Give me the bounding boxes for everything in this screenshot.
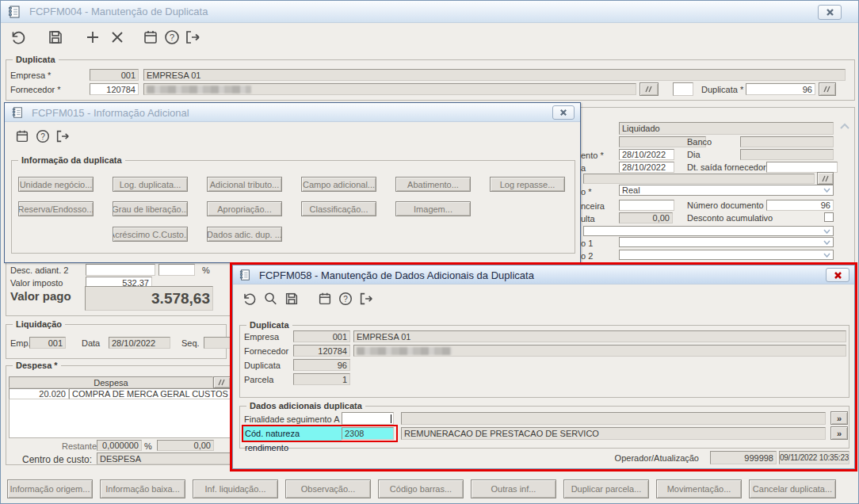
- parcela-field: 1: [293, 373, 350, 385]
- fornecedor-lookup-button[interactable]: [639, 82, 659, 96]
- duplicata-number-input[interactable]: 96: [746, 83, 815, 95]
- scroll-up-icon[interactable]: [839, 123, 850, 131]
- svg-text:?: ?: [40, 132, 45, 141]
- dia-label: Dia: [687, 150, 701, 159]
- despesa-row-code[interactable]: 20.020: [9, 388, 69, 399]
- duplicar-parcela-button[interactable]: Duplicar parcela...: [563, 479, 649, 498]
- natureza-rendimento-input[interactable]: 2308: [342, 427, 394, 440]
- cancelar-duplicata-button[interactable]: Cancelar duplicata...: [749, 479, 836, 498]
- outras-inf-button[interactable]: Outras inf...: [471, 479, 556, 498]
- acrescimo-ccusto-button[interactable]: Acréscimo C.Custo...: [113, 227, 188, 242]
- calendar-icon[interactable]: [14, 128, 30, 144]
- groupbox-label: Despesa *: [13, 361, 61, 370]
- fcpfm004-titlebar: FCPFM004 - Manutenção de Duplicata: [1, 1, 858, 23]
- log-repasse-button[interactable]: Log repasse...: [490, 177, 565, 192]
- log-duplicata-button[interactable]: Log. duplicata...: [113, 177, 188, 192]
- duplicata-label: Duplicata *: [701, 85, 743, 94]
- groupbox-label: Dados adicionais duplicata: [246, 401, 365, 410]
- dropdown-1[interactable]: [583, 226, 834, 236]
- empresa-label: Empresa: [244, 332, 279, 342]
- calendar-icon[interactable]: [317, 291, 333, 307]
- window-title: FCPFM015 - Informação Adicional: [32, 107, 189, 119]
- restante-value-field: 0,00: [157, 440, 214, 451]
- help-icon[interactable]: ?: [338, 291, 353, 307]
- despesa-lookup-button[interactable]: [213, 376, 231, 388]
- undo-icon[interactable]: [9, 29, 26, 46]
- valor-pago-field: 3.578,63: [85, 286, 213, 311]
- observacao-button[interactable]: Observação...: [285, 479, 371, 498]
- reserva-endosso-button[interactable]: Reserva/Endosso...: [18, 201, 94, 216]
- blank-button[interactable]: [673, 82, 693, 96]
- despesa-row-desc[interactable]: COMPRA DE MERCA GERAL CUSTOS M: [69, 388, 231, 399]
- search-icon[interactable]: [262, 291, 278, 307]
- desconto-acumulativo-checkbox[interactable]: [824, 212, 834, 222]
- imagem-button[interactable]: Imagem...: [395, 201, 471, 216]
- close-button[interactable]: [818, 5, 842, 20]
- moeda-dropdown[interactable]: Real: [619, 185, 834, 196]
- moeda-label-fragment: o *: [581, 187, 591, 197]
- informacao-baixa-button[interactable]: Informação baixa...: [100, 479, 185, 498]
- codigo-barras-button[interactable]: Código barras...: [378, 479, 464, 498]
- groupbox-label: Duplicata: [13, 55, 59, 64]
- data-liquidacao-field: 28/10/2022: [109, 337, 170, 349]
- calendar-icon[interactable]: [142, 29, 159, 46]
- empresa-code-field: 001: [90, 69, 139, 81]
- finalidade-seguimento-input[interactable]: [342, 412, 394, 425]
- grau-liberacao-button[interactable]: Grau de liberação...: [113, 201, 188, 216]
- banco-field: [740, 136, 834, 147]
- fcpfm015-window: FCPFM015 - Informação Adicional ? Inform…: [4, 102, 581, 263]
- fornecedor-name-field: [143, 83, 636, 95]
- text-cursor: [391, 414, 391, 423]
- close-button[interactable]: [552, 105, 575, 120]
- vencimento-input[interactable]: 28/10/2022: [619, 149, 674, 160]
- window-title: FCPFM004 - Manutenção de Duplicata: [29, 6, 208, 17]
- finalidade-more-button[interactable]: »: [830, 411, 848, 425]
- financeira-input[interactable]: [619, 200, 674, 211]
- add-icon[interactable]: [85, 29, 101, 45]
- save-icon[interactable]: [284, 291, 300, 307]
- informacao-origem-button[interactable]: Informação origem...: [7, 479, 93, 498]
- dropdown-2[interactable]: [619, 237, 834, 247]
- adicional-tributo-button[interactable]: Adicional tributo...: [207, 177, 282, 192]
- close-button[interactable]: [826, 268, 849, 282]
- movimentacao-button[interactable]: Movimentação...: [656, 479, 742, 498]
- desc-adiant2-pct-input[interactable]: [158, 264, 195, 276]
- exit-icon[interactable]: [358, 291, 374, 307]
- help-icon[interactable]: ?: [163, 29, 181, 46]
- exit-icon[interactable]: [184, 29, 201, 46]
- dt-saida-input[interactable]: [766, 162, 838, 173]
- undo-icon[interactable]: [241, 291, 257, 307]
- duplicata-lookup-button[interactable]: [819, 82, 836, 96]
- unidade-negocio-button[interactable]: Unidade negócio...: [18, 177, 94, 192]
- desc-adiant2-input[interactable]: [86, 264, 155, 276]
- restante-pct-field: 0,000000: [97, 440, 142, 451]
- classificacao-button[interactable]: Classificação...: [301, 201, 376, 216]
- notepad-icon: [7, 5, 21, 19]
- centro-custo-label: Centro de custo:: [22, 454, 92, 465]
- empresa-name-field: EMPRESA 01: [143, 69, 846, 81]
- apropriacao-button[interactable]: Apropriação...: [207, 201, 282, 216]
- vencimento-label-fragment: ento *: [581, 151, 604, 160]
- moeda-value: Real: [622, 185, 640, 195]
- data-label: Data: [82, 338, 100, 348]
- dados-adic-dup-button[interactable]: Dados adic. dup. ...: [207, 227, 282, 242]
- despesa-column-header: Despesa: [9, 376, 213, 388]
- fornecedor-code-input[interactable]: 120784: [90, 83, 139, 95]
- inf-liquidacao-button[interactable]: Inf. liquidação...: [193, 479, 278, 498]
- exit-icon[interactable]: [55, 128, 71, 144]
- help-icon[interactable]: ?: [35, 128, 51, 144]
- numero-documento-input[interactable]: 96: [766, 200, 834, 211]
- delete-icon[interactable]: [109, 29, 125, 45]
- fcpfm058-window: FCPFM058 - Manutenção de Dados Adicionai…: [232, 265, 855, 469]
- notepad-icon: [239, 269, 251, 281]
- data-input[interactable]: 28/10/2022: [619, 162, 674, 173]
- dropdown-3[interactable]: [619, 250, 834, 260]
- campo-adicional-button[interactable]: Campo adicional...: [301, 177, 376, 192]
- duplicata-label: Duplicata: [244, 361, 281, 370]
- descricao-lookup-button[interactable]: [817, 172, 834, 185]
- abatimento-button[interactable]: Abatimento...: [395, 177, 471, 192]
- fornecedor-label: Fornecedor: [244, 346, 288, 356]
- natureza-more-button[interactable]: »: [830, 426, 848, 440]
- groupbox-label: Informação da duplicata: [18, 155, 125, 165]
- save-icon[interactable]: [47, 29, 64, 46]
